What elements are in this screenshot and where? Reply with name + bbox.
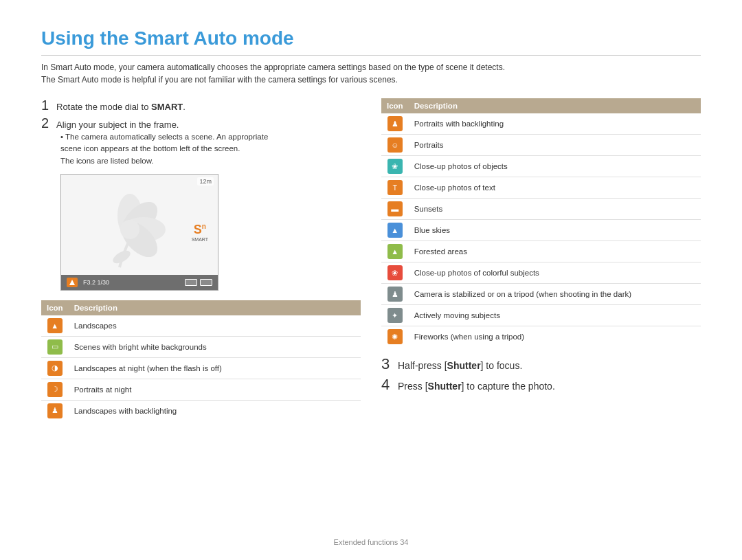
flower-illustration [82, 185, 178, 274]
step-2-bullet-item: The camera automatically selects a scene… [60, 131, 361, 167]
step-3-text: Half-press [Shutter] to focus. [398, 360, 522, 371]
left-table-icon-cell: ▲ [41, 315, 69, 337]
scene-icon: ▲ [47, 318, 63, 333]
left-table-desc-cell: Landscapes [69, 315, 361, 337]
right-table-desc-cell: Portraits [409, 135, 701, 156]
right-table-icon-cell: ✦ [381, 305, 409, 326]
page-footer: Extended functions 34 [0, 538, 742, 546]
right-table-desc-cell: Blue skies [409, 220, 701, 241]
right-table-icon-cell: ❀ [381, 156, 409, 177]
right-table-header-icon: Icon [381, 98, 409, 113]
steps-bottom: 3 Half-press [Shutter] to focus. 4 Press… [381, 357, 701, 392]
camera-top-bar: 12m [197, 177, 214, 186]
scene-icon: ▲ [387, 223, 403, 238]
left-table-row: ▭ Scenes with bright white backgrounds [41, 336, 361, 357]
right-table-row: ❀ Close-up photos of objects [381, 156, 701, 177]
scene-icon: ❀ [387, 159, 403, 174]
left-table-desc-cell: Landscapes at night (when the flash is o… [69, 357, 361, 379]
right-table-icon-cell: ▬ [381, 199, 409, 220]
right-table-icon-cell: ♟ [381, 284, 409, 305]
scene-icon: ♟ [387, 287, 403, 302]
step-4-text: Press [Shutter] to capture the photo. [398, 381, 555, 392]
right-icon-table: Icon Description ♟ Portraits with backli… [381, 98, 701, 347]
right-table-icon-cell: ▲ [381, 241, 409, 262]
scene-icon: ▬ [387, 201, 403, 216]
scene-icon: ✺ [387, 329, 403, 344]
right-table-desc-cell: Close-up photos of text [409, 177, 701, 199]
page-title: Using the Smart Auto mode [41, 27, 701, 56]
camera-scene-icon [67, 278, 78, 287]
step-3: 3 Half-press [Shutter] to focus. [381, 357, 701, 372]
page-intro: In Smart Auto mode, your camera automati… [41, 61, 701, 86]
right-table-desc-cell: Fireworks (when using a tripod) [409, 326, 701, 348]
main-content: 1 Rotate the mode dial to SMART. 2 Align… [41, 98, 701, 428]
right-table-desc-cell: Forested areas [409, 241, 701, 262]
camera-exposure-text: F3.2 1/30 [83, 279, 179, 286]
right-column: Icon Description ♟ Portraits with backli… [381, 98, 701, 428]
right-table-row: ▬ Sunsets [381, 199, 701, 220]
right-table-row: ✺ Fireworks (when using a tripod) [381, 326, 701, 348]
left-table-row: ▲ Landscapes [41, 315, 361, 337]
step-1: 1 Rotate the mode dial to SMART. [41, 98, 361, 112]
scene-icon: ✦ [387, 308, 403, 323]
step-4-bold: Shutter [428, 381, 462, 392]
left-column: 1 Rotate the mode dial to SMART. 2 Align… [41, 98, 361, 428]
step-3-bold: Shutter [447, 360, 481, 371]
step-2-text: Align your subject in the frame. [56, 120, 179, 130]
step-1-bold: SMART [151, 102, 183, 112]
left-table-row: ☽ Portraits at night [41, 379, 361, 400]
left-table-icon-cell: ▭ [41, 336, 69, 357]
right-table-row: T Close-up photos of text [381, 177, 701, 199]
right-table-row: ▲ Forested areas [381, 241, 701, 262]
right-table-row: ▲ Blue skies [381, 220, 701, 241]
right-table-icon-cell: T [381, 177, 409, 199]
right-table-icon-cell: ✺ [381, 326, 409, 348]
scene-icon: ▲ [387, 244, 403, 259]
mode-s-label: Sn [192, 223, 208, 237]
page-container: Using the Smart Auto mode In Smart Auto … [0, 0, 742, 560]
step-2-bullet: The camera automatically selects a scene… [60, 131, 361, 167]
step-1-num: 1 [41, 98, 52, 112]
left-table-row: ◑ Landscapes at night (when the flash is… [41, 357, 361, 379]
scene-icon: ☽ [47, 382, 63, 397]
svg-point-4 [120, 220, 139, 239]
right-table-row: ♟ Portraits with backlighting [381, 113, 701, 135]
right-table-desc-cell: Close-up photos of objects [409, 156, 701, 177]
camera-mode-indicator: Sn SMART [192, 223, 208, 242]
left-table-icon-cell: ☽ [41, 379, 69, 400]
right-table-desc-cell: Actively moving subjects [409, 305, 701, 326]
camera-preview: 12m Sn SMART F3.2 1/30 [60, 174, 218, 291]
right-table-desc-cell: Close-up photos of colorful subjects [409, 262, 701, 284]
mode-smart-label: SMART [192, 237, 208, 242]
right-table-desc-cell: Portraits with backlighting [409, 113, 701, 135]
left-table-header-desc: Description [69, 300, 361, 315]
step-4: 4 Press [Shutter] to capture the photo. [381, 377, 701, 392]
scene-icon: ▭ [47, 339, 63, 355]
camera-bottom-right [185, 279, 212, 286]
right-table-icon-cell: ♟ [381, 113, 409, 135]
right-table-desc-cell: Sunsets [409, 199, 701, 220]
left-icon-table: Icon Description ▲ Landscapes ▭ Scenes w… [41, 300, 361, 421]
scene-icon-svg [68, 278, 76, 287]
left-table-header-icon: Icon [41, 300, 69, 315]
right-table-icon-cell: ▲ [381, 220, 409, 241]
left-table-icon-cell: ♟ [41, 400, 69, 421]
camera-memory-icon [200, 279, 212, 286]
left-table-desc-cell: Portraits at night [69, 379, 361, 400]
scene-icon: ◑ [47, 361, 63, 376]
svg-marker-6 [69, 280, 75, 285]
right-table-desc-cell: Camera is stabilized or on a tripod (whe… [409, 284, 701, 305]
camera-battery-icon [185, 279, 197, 286]
right-table-row: ❀ Close-up photos of colorful subjects [381, 262, 701, 284]
scene-icon: ❀ [387, 265, 403, 280]
scene-icon: ☺ [387, 137, 403, 153]
step-2: 2 Align your subject in the frame. [41, 116, 361, 130]
right-table-row: ♟ Camera is stabilized or on a tripod (w… [381, 284, 701, 305]
right-table-row: ☺ Portraits [381, 135, 701, 156]
left-table-row: ♟ Landscapes with backlighting [41, 400, 361, 421]
right-table-row: ✦ Actively moving subjects [381, 305, 701, 326]
left-table-desc-cell: Scenes with bright white backgrounds [69, 336, 361, 357]
step-4-num: 4 [381, 377, 392, 392]
scene-icon: ♟ [387, 116, 403, 131]
right-table-icon-cell: ☺ [381, 135, 409, 156]
